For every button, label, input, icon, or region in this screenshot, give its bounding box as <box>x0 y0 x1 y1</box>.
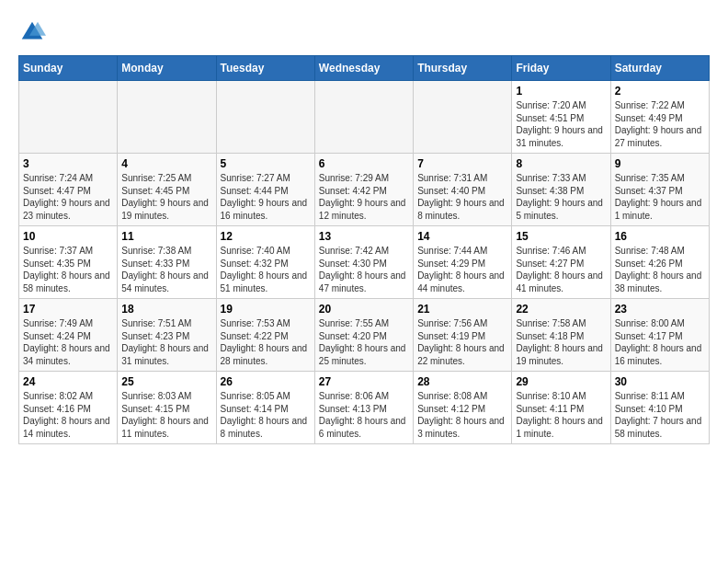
day-number: 16 <box>615 230 705 243</box>
day-of-week-header: Tuesday <box>216 56 314 81</box>
day-info: Sunrise: 7:25 AM Sunset: 4:45 PM Dayligh… <box>121 172 211 222</box>
calendar-cell: 12Sunrise: 7:40 AM Sunset: 4:32 PM Dayli… <box>216 226 314 299</box>
day-info: Sunrise: 7:56 AM Sunset: 4:19 PM Dayligh… <box>417 317 507 367</box>
day-info: Sunrise: 7:33 AM Sunset: 4:38 PM Dayligh… <box>516 172 606 222</box>
day-info: Sunrise: 7:58 AM Sunset: 4:18 PM Dayligh… <box>516 317 606 367</box>
day-info: Sunrise: 7:35 AM Sunset: 4:37 PM Dayligh… <box>615 172 705 222</box>
day-number: 27 <box>319 375 409 388</box>
calendar-cell: 22Sunrise: 7:58 AM Sunset: 4:18 PM Dayli… <box>512 299 610 372</box>
day-number: 2 <box>615 85 705 98</box>
calendar-week-row: 24Sunrise: 8:02 AM Sunset: 4:16 PM Dayli… <box>19 372 710 444</box>
day-number: 23 <box>615 303 705 316</box>
day-number: 25 <box>121 375 211 388</box>
day-info: Sunrise: 7:51 AM Sunset: 4:23 PM Dayligh… <box>121 317 211 367</box>
day-of-week-header: Saturday <box>610 56 709 81</box>
logo <box>18 18 51 46</box>
calendar-cell: 26Sunrise: 8:05 AM Sunset: 4:14 PM Dayli… <box>216 372 314 444</box>
day-info: Sunrise: 7:27 AM Sunset: 4:44 PM Dayligh… <box>221 172 311 222</box>
day-number: 29 <box>516 375 606 388</box>
day-of-week-header: Thursday <box>414 56 512 81</box>
day-of-week-header: Friday <box>512 56 610 81</box>
calendar-cell: 11Sunrise: 7:38 AM Sunset: 4:33 PM Dayli… <box>118 226 216 299</box>
calendar-cell <box>216 81 314 154</box>
day-number: 28 <box>417 375 507 388</box>
day-info: Sunrise: 8:02 AM Sunset: 4:16 PM Dayligh… <box>23 390 113 440</box>
calendar-cell: 9Sunrise: 7:35 AM Sunset: 4:37 PM Daylig… <box>610 154 709 226</box>
day-info: Sunrise: 7:38 AM Sunset: 4:33 PM Dayligh… <box>121 245 211 294</box>
calendar-cell: 6Sunrise: 7:29 AM Sunset: 4:42 PM Daylig… <box>314 154 413 226</box>
day-number: 14 <box>417 230 507 243</box>
day-number: 6 <box>319 157 409 170</box>
day-info: Sunrise: 7:40 AM Sunset: 4:32 PM Dayligh… <box>221 245 311 294</box>
logo-icon <box>18 18 46 46</box>
day-number: 21 <box>417 303 507 316</box>
calendar-cell <box>118 81 216 154</box>
page-header <box>18 18 710 46</box>
calendar-cell: 18Sunrise: 7:51 AM Sunset: 4:23 PM Dayli… <box>118 299 216 372</box>
day-info: Sunrise: 7:29 AM Sunset: 4:42 PM Dayligh… <box>319 172 409 222</box>
calendar-cell: 1Sunrise: 7:20 AM Sunset: 4:51 PM Daylig… <box>512 81 610 154</box>
day-number: 19 <box>221 303 311 316</box>
day-number: 20 <box>319 303 409 316</box>
calendar-table: SundayMondayTuesdayWednesdayThursdayFrid… <box>18 55 710 444</box>
day-info: Sunrise: 7:49 AM Sunset: 4:24 PM Dayligh… <box>23 317 113 367</box>
day-info: Sunrise: 8:11 AM Sunset: 4:10 PM Dayligh… <box>615 390 705 440</box>
calendar-cell: 8Sunrise: 7:33 AM Sunset: 4:38 PM Daylig… <box>512 154 610 226</box>
calendar-cell <box>19 81 118 154</box>
day-number: 24 <box>23 375 113 388</box>
day-number: 8 <box>516 157 606 170</box>
day-of-week-header: Monday <box>118 56 216 81</box>
calendar-cell: 13Sunrise: 7:42 AM Sunset: 4:30 PM Dayli… <box>314 226 413 299</box>
calendar-cell: 15Sunrise: 7:46 AM Sunset: 4:27 PM Dayli… <box>512 226 610 299</box>
day-info: Sunrise: 7:37 AM Sunset: 4:35 PM Dayligh… <box>23 245 113 294</box>
day-of-week-header: Wednesday <box>314 56 413 81</box>
day-number: 13 <box>319 230 409 243</box>
calendar-cell: 20Sunrise: 7:55 AM Sunset: 4:20 PM Dayli… <box>314 299 413 372</box>
calendar-cell: 3Sunrise: 7:24 AM Sunset: 4:47 PM Daylig… <box>19 154 118 226</box>
day-number: 11 <box>121 230 211 243</box>
calendar-header: SundayMondayTuesdayWednesdayThursdayFrid… <box>19 56 710 81</box>
calendar-week-row: 3Sunrise: 7:24 AM Sunset: 4:47 PM Daylig… <box>19 154 710 226</box>
calendar-cell: 29Sunrise: 8:10 AM Sunset: 4:11 PM Dayli… <box>512 372 610 444</box>
calendar-cell: 7Sunrise: 7:31 AM Sunset: 4:40 PM Daylig… <box>414 154 512 226</box>
calendar-cell <box>414 81 512 154</box>
day-info: Sunrise: 7:22 AM Sunset: 4:49 PM Dayligh… <box>615 99 705 149</box>
day-info: Sunrise: 7:53 AM Sunset: 4:22 PM Dayligh… <box>221 317 311 367</box>
day-info: Sunrise: 8:10 AM Sunset: 4:11 PM Dayligh… <box>516 390 606 440</box>
calendar-cell: 10Sunrise: 7:37 AM Sunset: 4:35 PM Dayli… <box>19 226 118 299</box>
calendar-week-row: 10Sunrise: 7:37 AM Sunset: 4:35 PM Dayli… <box>19 226 710 299</box>
day-number: 5 <box>221 157 311 170</box>
calendar-cell: 25Sunrise: 8:03 AM Sunset: 4:15 PM Dayli… <box>118 372 216 444</box>
day-info: Sunrise: 8:06 AM Sunset: 4:13 PM Dayligh… <box>319 390 409 440</box>
day-number: 22 <box>516 303 606 316</box>
day-number: 18 <box>121 303 211 316</box>
calendar-cell: 27Sunrise: 8:06 AM Sunset: 4:13 PM Dayli… <box>314 372 413 444</box>
day-info: Sunrise: 7:48 AM Sunset: 4:26 PM Dayligh… <box>615 245 705 294</box>
calendar-cell: 24Sunrise: 8:02 AM Sunset: 4:16 PM Dayli… <box>19 372 118 444</box>
day-info: Sunrise: 7:55 AM Sunset: 4:20 PM Dayligh… <box>319 317 409 367</box>
calendar-cell: 19Sunrise: 7:53 AM Sunset: 4:22 PM Dayli… <box>216 299 314 372</box>
calendar-cell <box>314 81 413 154</box>
calendar-cell: 21Sunrise: 7:56 AM Sunset: 4:19 PM Dayli… <box>414 299 512 372</box>
day-info: Sunrise: 7:31 AM Sunset: 4:40 PM Dayligh… <box>417 172 507 222</box>
day-number: 15 <box>516 230 606 243</box>
day-number: 12 <box>221 230 311 243</box>
day-info: Sunrise: 7:46 AM Sunset: 4:27 PM Dayligh… <box>516 245 606 294</box>
calendar-cell: 2Sunrise: 7:22 AM Sunset: 4:49 PM Daylig… <box>610 81 709 154</box>
day-info: Sunrise: 8:08 AM Sunset: 4:12 PM Dayligh… <box>417 390 507 440</box>
day-number: 4 <box>121 157 211 170</box>
calendar-cell: 14Sunrise: 7:44 AM Sunset: 4:29 PM Dayli… <box>414 226 512 299</box>
calendar-cell: 17Sunrise: 7:49 AM Sunset: 4:24 PM Dayli… <box>19 299 118 372</box>
day-info: Sunrise: 7:24 AM Sunset: 4:47 PM Dayligh… <box>23 172 113 222</box>
day-info: Sunrise: 8:03 AM Sunset: 4:15 PM Dayligh… <box>121 390 211 440</box>
day-of-week-header: Sunday <box>19 56 118 81</box>
day-info: Sunrise: 7:44 AM Sunset: 4:29 PM Dayligh… <box>417 245 507 294</box>
calendar-cell: 28Sunrise: 8:08 AM Sunset: 4:12 PM Dayli… <box>414 372 512 444</box>
calendar-cell: 23Sunrise: 8:00 AM Sunset: 4:17 PM Dayli… <box>610 299 709 372</box>
calendar-cell: 4Sunrise: 7:25 AM Sunset: 4:45 PM Daylig… <box>118 154 216 226</box>
day-number: 7 <box>417 157 507 170</box>
day-number: 30 <box>615 375 705 388</box>
calendar-cell: 16Sunrise: 7:48 AM Sunset: 4:26 PM Dayli… <box>610 226 709 299</box>
day-number: 17 <box>23 303 113 316</box>
day-info: Sunrise: 7:42 AM Sunset: 4:30 PM Dayligh… <box>319 245 409 294</box>
